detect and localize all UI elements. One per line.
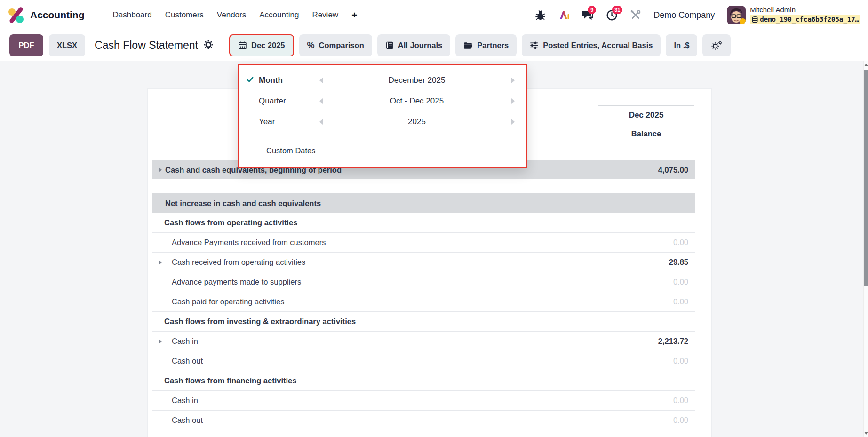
scroll-down-arrow-icon[interactable] — [864, 430, 868, 436]
database-icon — [751, 16, 758, 24]
scrollbar-thumb[interactable] — [864, 70, 868, 286]
top-navbar: Accounting DashboardCustomersVendorsAcco… — [0, 0, 868, 30]
folder-icon — [463, 41, 473, 50]
row-label: Cash flows from investing & extraordinar… — [152, 317, 688, 326]
next-period-arrow-icon[interactable] — [507, 119, 518, 125]
support-tools-icon[interactable] — [630, 9, 641, 21]
row-label: Cash out — [152, 416, 673, 425]
nav-menu-item[interactable]: Review — [312, 10, 338, 20]
table-row[interactable]: Cash flows from unclassified activities — [152, 430, 695, 437]
period-value[interactable]: Oct - Dec 2025 — [326, 96, 507, 106]
row-label: Cash in — [152, 396, 673, 405]
user-menu[interactable]: Mitchell Admin demo_190_cfca6b3f205a_17… — [727, 6, 860, 24]
comparison-button[interactable]: % Comparison — [299, 34, 372, 56]
row-value: 4,075.00 — [658, 166, 695, 175]
row-label: Cash received from operating activities — [152, 258, 669, 267]
table-row[interactable]: Cash out 0.00 — [152, 411, 695, 430]
previous-period-arrow-icon[interactable] — [315, 119, 326, 125]
row-value: 0.00 — [673, 416, 695, 425]
logo-teal-dot — [16, 16, 24, 23]
previous-period-arrow-icon[interactable] — [315, 98, 326, 104]
user-info: Mitchell Admin demo_190_cfca6b3f205a_17… — [750, 6, 860, 24]
page-title: Cash Flow Statement — [95, 39, 198, 52]
previous-period-arrow-icon[interactable] — [315, 78, 326, 83]
partners-filter-button[interactable]: Partners — [455, 34, 517, 56]
row-label: Cash flows from financing activities — [152, 376, 688, 385]
period-type-label: Year — [259, 117, 315, 127]
row-value: 0.00 — [673, 238, 695, 247]
date-period-option[interactable]: Quarter Oct - Dec 2025 — [239, 91, 526, 111]
nav-menu-item[interactable]: Vendors — [217, 10, 246, 20]
nav-menu-item[interactable]: Accounting — [259, 10, 299, 20]
options-label: Posted Entries, Accrual Basis — [543, 41, 653, 50]
report-settings-gear-icon[interactable] — [204, 40, 213, 51]
expand-caret-icon[interactable] — [159, 167, 162, 172]
period-type-label: Quarter — [259, 96, 315, 106]
date-filter-dropdown: Month December 2025 Quarter Oct - Dec 20… — [238, 64, 527, 168]
pdf-button[interactable]: PDF — [9, 34, 43, 56]
row-label: Cash out — [152, 357, 673, 365]
period-value[interactable]: 2025 — [326, 117, 507, 127]
next-period-arrow-icon[interactable] — [507, 78, 518, 83]
database-badge: demo_190_cfca6b3f205a_17… — [750, 15, 860, 24]
extra-options-gears-button[interactable] — [702, 34, 731, 56]
row-value: 2,213.72 — [658, 337, 695, 346]
app-window: Accounting DashboardCustomersVendorsAcco… — [0, 0, 868, 437]
journals-filter-button[interactable]: All Journals — [377, 34, 450, 56]
nav-menu-item[interactable]: Dashboard — [113, 10, 152, 20]
table-row[interactable]: Cash flows from operating activities — [152, 213, 695, 233]
row-label: Net increase in cash and cash equivalent… — [152, 199, 688, 208]
next-period-arrow-icon[interactable] — [507, 98, 518, 104]
row-label: Cash in — [152, 337, 658, 346]
currency-button[interactable]: In .$ — [666, 34, 697, 56]
user-status-dot — [740, 18, 746, 24]
table-row[interactable]: Cash flows from financing activities — [152, 371, 695, 391]
date-period-option[interactable]: Month December 2025 — [239, 70, 526, 91]
xlsx-button[interactable]: XLSX — [49, 34, 85, 56]
date-filter-button[interactable]: Dec 2025 — [229, 34, 294, 56]
activities-clock-icon[interactable]: 31 — [606, 9, 618, 21]
table-row[interactable]: Cash flows from investing & extraordinar… — [152, 312, 695, 332]
table-row[interactable]: Advance Payments received from customers… — [152, 233, 695, 253]
date-period-option[interactable]: Year 2025 — [239, 111, 526, 132]
percent-icon: % — [307, 40, 315, 50]
journal-book-icon — [385, 41, 394, 50]
calendar-icon — [238, 41, 247, 50]
plus-icon[interactable]: + — [351, 9, 357, 21]
check-icon — [247, 76, 259, 85]
table-row[interactable]: Cash paid for operating activities 0.00 — [152, 292, 695, 312]
report-toolbar: PDF XLSX Cash Flow Statement — [0, 30, 868, 61]
ai-icon[interactable] — [558, 9, 569, 21]
company-switcher[interactable]: Demo Company — [653, 10, 715, 20]
expand-caret-icon[interactable] — [159, 260, 162, 265]
gears-icon — [710, 40, 723, 51]
row-value: 0.00 — [673, 278, 695, 286]
custom-dates-option[interactable]: Custom Dates — [239, 140, 526, 161]
odoo-apps-icon[interactable] — [8, 7, 24, 24]
row-label: Cash paid for operating activities — [152, 297, 673, 306]
table-row[interactable]: Cash in 2,213.72 — [152, 332, 695, 351]
row-value: 29.85 — [669, 258, 695, 267]
table-row[interactable]: Cash received from operating activities … — [152, 253, 695, 272]
nav-menu-item[interactable]: Customers — [165, 10, 204, 20]
options-filter-button[interactable]: Posted Entries, Accrual Basis — [522, 34, 661, 56]
period-value[interactable]: December 2025 — [326, 76, 507, 85]
table-row[interactable]: Cash out 0.00 — [152, 351, 695, 371]
period-type-label: Month — [259, 76, 315, 85]
journals-label: All Journals — [398, 41, 442, 50]
messages-icon[interactable]: 9 — [581, 9, 594, 21]
debug-bug-icon[interactable] — [535, 10, 546, 21]
main-menu: DashboardCustomersVendorsAccountingRevie… — [113, 10, 339, 20]
table-row[interactable]: Net increase in cash and cash equivalent… — [152, 193, 695, 213]
user-name: Mitchell Admin — [750, 6, 860, 15]
row-value: 0.00 — [673, 357, 695, 365]
table-row[interactable]: Cash in 0.00 — [152, 391, 695, 411]
dropdown-divider — [239, 136, 526, 136]
scroll-up-arrow-icon[interactable] — [864, 62, 868, 68]
table-row[interactable]: Advance payments made to suppliers 0.00 — [152, 272, 695, 292]
column-header-dec-2025[interactable]: Dec 2025 — [598, 105, 694, 125]
vertical-scrollbar[interactable] — [863, 61, 868, 437]
expand-caret-icon[interactable] — [159, 339, 162, 344]
currency-label: In .$ — [674, 41, 689, 50]
database-name: demo_190_cfca6b3f205a_17… — [760, 16, 859, 24]
